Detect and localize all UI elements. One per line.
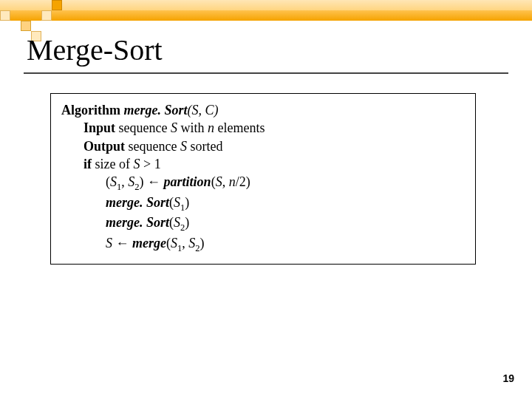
rp: ) — [185, 215, 189, 230]
fn-mergesort: merge. Sort — [106, 195, 169, 210]
rp: ) — [185, 195, 189, 210]
accent-square-icon — [21, 21, 31, 31]
accent-square-icon — [0, 10, 10, 21]
svg-point-9 — [395, 291, 463, 359]
args: (S, C) — [188, 103, 219, 117]
var-S: S — [174, 215, 180, 230]
args: , — [222, 174, 229, 189]
svg-point-6 — [269, 306, 322, 359]
arrow-icon: ← — [147, 174, 160, 189]
var-S2: S — [188, 236, 195, 250]
accent-square-icon — [41, 10, 52, 21]
var-S1: S — [110, 174, 117, 189]
var-S: S — [216, 174, 222, 189]
arrow-icon: ← — [112, 236, 132, 250]
fn-merge: merge — [132, 236, 166, 250]
svg-point-4 — [129, 321, 167, 359]
rp: ) — [140, 174, 148, 189]
var-S2: S — [128, 174, 134, 189]
comma: , — [121, 174, 128, 189]
svg-point-0 — [44, 296, 89, 340]
top-accent — [0, 0, 532, 21]
accent-square-icon — [52, 0, 62, 10]
text: size of — [92, 157, 133, 171]
var-S: S — [106, 236, 112, 250]
var-n: n — [208, 120, 214, 135]
text: with — [177, 120, 208, 135]
text: elements — [214, 120, 265, 135]
svg-point-3 — [117, 309, 179, 371]
var-S: S — [180, 139, 187, 154]
text: sequence — [125, 139, 180, 154]
var-S: S — [174, 195, 180, 210]
accent-bar-dark — [0, 10, 532, 21]
accent-bar-light — [0, 0, 532, 10]
var-S1: S — [171, 236, 177, 250]
fn-mergesort: merge. Sort — [124, 103, 188, 117]
algorithm-box: Algorithm merge. Sort(S, C) Input sequen… — [50, 93, 476, 265]
algo-line-2: Input sequence S with n elements — [83, 119, 465, 137]
kw-if: if — [83, 157, 92, 171]
rp: ) — [200, 236, 205, 250]
svg-point-7 — [281, 318, 310, 347]
algo-line-3: Output sequence S sorted — [83, 137, 465, 155]
args: /2) — [236, 174, 250, 189]
kw-output: Output — [83, 139, 125, 154]
svg-point-10 — [406, 303, 451, 347]
algo-line-4: if size of S > 1 — [83, 155, 465, 173]
slide: Merge-Sort Algorithm merge. Sort(S, C) I… — [0, 0, 532, 399]
kw-algorithm: Algorithm — [61, 103, 120, 117]
svg-point-11 — [473, 355, 502, 384]
fn-partition: partition — [160, 174, 211, 189]
text: > 1 — [140, 157, 160, 171]
svg-point-5 — [219, 352, 254, 387]
var-n: n — [229, 174, 236, 189]
svg-point-8 — [349, 349, 390, 390]
var-S: S — [171, 120, 177, 135]
svg-point-2 — [24, 353, 57, 386]
algo-line-1: Algorithm merge. Sort(S, C) — [61, 101, 465, 119]
svg-point-1 — [53, 304, 80, 331]
algo-line-6: merge. Sort(S1) — [106, 194, 465, 214]
comma: , — [182, 236, 188, 250]
algo-line-5: (S1, S2) ← partition(S, n/2) — [106, 173, 465, 194]
text: sorted — [187, 139, 223, 154]
algo-line-8: S ← merge(S1, S2) — [106, 234, 465, 255]
kw-input: Input — [83, 120, 115, 135]
fn-mergesort: merge. Sort — [106, 215, 169, 230]
algo-line-7: merge. Sort(S2) — [106, 214, 465, 234]
page-number: 19 — [502, 372, 514, 384]
text: sequence — [115, 120, 171, 135]
svg-point-14 — [482, 179, 508, 205]
page-title: Merge-Sort — [27, 33, 163, 67]
title-underline — [24, 72, 508, 74]
